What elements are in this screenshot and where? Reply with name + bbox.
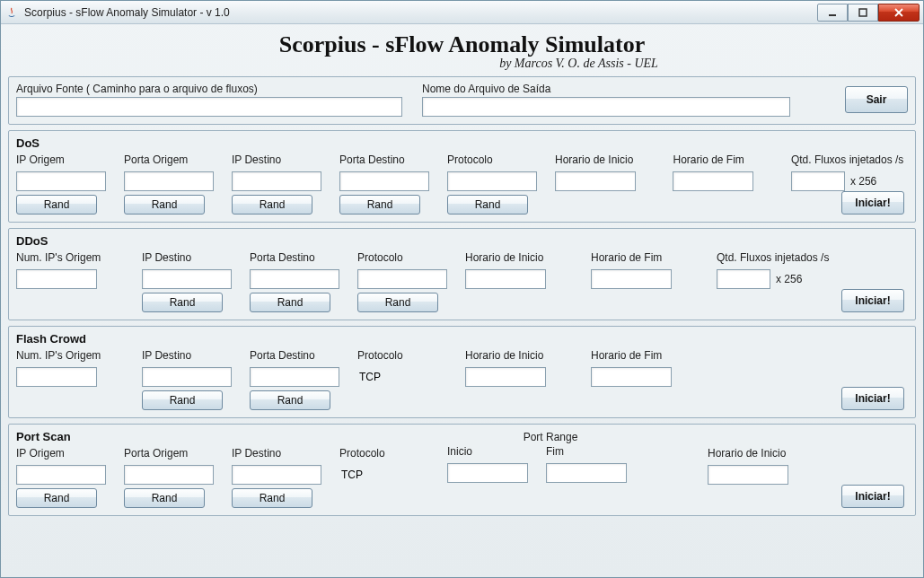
svg-rect-1 [859, 9, 867, 16]
ps-ip-destino-input[interactable] [232, 465, 321, 485]
flash-ip-destino-label: IP Destino [142, 349, 232, 362]
ddos-horario-inicio-label: Horario de Inicio [465, 251, 573, 264]
ddos-numips-label: Num. IP's Origem [16, 251, 124, 264]
dos-porta-destino-label: Porta Destino [339, 153, 429, 166]
file-panel: Arquivo Fonte ( Caminho para o arquivo d… [8, 76, 916, 125]
ps-ip-origem-label: IP Origem [16, 447, 106, 460]
dos-porta-destino-rand[interactable]: Rand [339, 195, 420, 215]
ps-ip-destino-label: IP Destino [232, 447, 321, 460]
ddos-numips-input[interactable] [16, 269, 97, 289]
dos-ip-origem-input[interactable] [16, 171, 106, 191]
minimize-button[interactable] [817, 4, 848, 22]
dos-ip-origem-label: IP Origem [16, 153, 106, 166]
dos-iniciar-button[interactable]: Iniciar! [841, 191, 904, 215]
maximize-button[interactable] [848, 4, 878, 22]
dos-title: DoS [16, 136, 908, 150]
port-range-label: Port Range [447, 431, 654, 443]
ps-fim-label: Fim [546, 445, 627, 458]
close-button[interactable] [878, 4, 920, 22]
ps-fim-input[interactable] [546, 463, 627, 483]
ddos-horario-fim-input[interactable] [591, 269, 672, 289]
dos-protocolo-rand[interactable]: Rand [447, 195, 528, 215]
source-file-label: Arquivo Fonte ( Caminho para o arquivo d… [16, 83, 411, 95]
ddos-panel: DDoS Num. IP's Origem IP Destino Rand Po… [8, 228, 916, 320]
content-area: Scorpius - sFlow Anomaly Simulator by Ma… [1, 24, 923, 525]
window-controls [817, 4, 920, 22]
app-title: Scorpius - sFlow Anomaly Simulator [8, 31, 916, 58]
dos-porta-origem-rand[interactable]: Rand [124, 195, 205, 215]
dos-ip-origem-rand[interactable]: Rand [16, 195, 97, 215]
ps-protocolo-value: TCP [339, 465, 429, 485]
ddos-qtd-label: Qtd. Fluxos injetados /s [717, 251, 842, 264]
dos-protocolo-input[interactable] [447, 171, 537, 191]
ps-porta-origem-label: Porta Origem [124, 447, 214, 460]
app-byline: by Marcos V. O. de Assis - UEL [8, 57, 916, 71]
ps-porta-origem-input[interactable] [124, 465, 214, 485]
ddos-qtd-input[interactable] [717, 269, 770, 289]
ps-inicio-input[interactable] [447, 463, 528, 483]
dos-porta-origem-input[interactable] [124, 171, 214, 191]
ps-porta-origem-rand[interactable]: Rand [124, 488, 205, 508]
flash-porta-destino-input[interactable] [250, 367, 339, 387]
output-file-input[interactable] [422, 97, 790, 117]
dos-horario-inicio-input[interactable] [555, 171, 636, 191]
titlebar: Scorpius - sFlow Anomaly Simulator - v 1… [1, 1, 923, 24]
ddos-ip-destino-input[interactable] [142, 269, 232, 289]
flash-ip-destino-rand[interactable]: Rand [142, 390, 223, 410]
flash-horario-inicio-label: Horario de Inicio [465, 349, 573, 362]
dos-horario-fim-input[interactable] [673, 171, 753, 191]
dos-horario-inicio-label: Horario de Inicio [555, 153, 655, 166]
ps-horario-inicio-label: Horario de Inicio [708, 447, 815, 460]
portscan-panel: Port Scan IP Origem Rand Porta Origem Ra… [8, 424, 916, 516]
ddos-porta-destino-input[interactable] [250, 269, 339, 289]
dos-protocolo-label: Protocolo [447, 153, 537, 166]
flash-protocolo-label: Protocolo [357, 349, 447, 362]
source-file-input[interactable] [16, 97, 402, 117]
java-icon [4, 5, 19, 20]
flash-ip-destino-input[interactable] [142, 367, 232, 387]
portscan-iniciar-button[interactable]: Iniciar! [841, 485, 904, 508]
flash-horario-fim-input[interactable] [591, 367, 672, 387]
ddos-horario-fim-label: Horario de Fim [591, 251, 699, 264]
flash-numips-input[interactable] [16, 367, 97, 387]
ps-protocolo-label: Protocolo [339, 447, 429, 460]
ddos-porta-destino-rand[interactable]: Rand [250, 293, 330, 312]
flash-protocolo-value: TCP [357, 367, 447, 387]
flash-numips-label: Num. IP's Origem [16, 349, 124, 362]
dos-panel: DoS IP Origem Rand Porta Origem Rand IP … [8, 130, 916, 223]
app-window: Scorpius - sFlow Anomaly Simulator - v 1… [0, 0, 924, 578]
ps-inicio-label: Inicio [447, 445, 528, 458]
dos-qtd-label: Qtd. Fluxos injetados /s [791, 153, 908, 166]
flash-horario-inicio-input[interactable] [465, 367, 546, 387]
svg-rect-0 [829, 14, 836, 16]
app-header: Scorpius - sFlow Anomaly Simulator by Ma… [8, 31, 916, 71]
dos-porta-origem-label: Porta Origem [124, 153, 214, 166]
exit-button[interactable]: Sair [845, 86, 908, 113]
ps-ip-origem-input[interactable] [16, 465, 106, 485]
ddos-porta-destino-label: Porta Destino [250, 251, 339, 264]
ddos-protocolo-input[interactable] [357, 269, 447, 289]
dos-ip-destino-input[interactable] [232, 171, 321, 191]
ps-ip-origem-rand[interactable]: Rand [16, 488, 97, 508]
ddos-iniciar-button[interactable]: Iniciar! [841, 289, 904, 312]
dos-horario-fim-label: Horario de Fim [673, 153, 772, 166]
flash-horario-fim-label: Horario de Fim [591, 349, 699, 362]
window-title: Scorpius - sFlow Anomaly Simulator - v 1… [24, 6, 817, 19]
ddos-x256-label: x 256 [776, 273, 802, 285]
ddos-title: DDoS [16, 234, 908, 248]
ddos-protocolo-rand[interactable]: Rand [357, 293, 438, 312]
ddos-ip-destino-label: IP Destino [142, 251, 232, 264]
dos-qtd-input[interactable] [791, 171, 845, 191]
flash-title: Flash Crowd [16, 332, 908, 346]
ps-ip-destino-rand[interactable]: Rand [232, 488, 312, 508]
ddos-horario-inicio-input[interactable] [465, 269, 546, 289]
flash-porta-destino-rand[interactable]: Rand [250, 390, 330, 410]
dos-porta-destino-input[interactable] [339, 171, 429, 191]
dos-x256-label: x 256 [850, 175, 876, 188]
ps-horario-inicio-input[interactable] [708, 465, 788, 485]
ddos-protocolo-label: Protocolo [357, 251, 447, 264]
dos-ip-destino-rand[interactable]: Rand [232, 195, 312, 215]
flash-iniciar-button[interactable]: Iniciar! [841, 387, 904, 410]
flash-porta-destino-label: Porta Destino [250, 349, 339, 362]
ddos-ip-destino-rand[interactable]: Rand [142, 293, 223, 312]
